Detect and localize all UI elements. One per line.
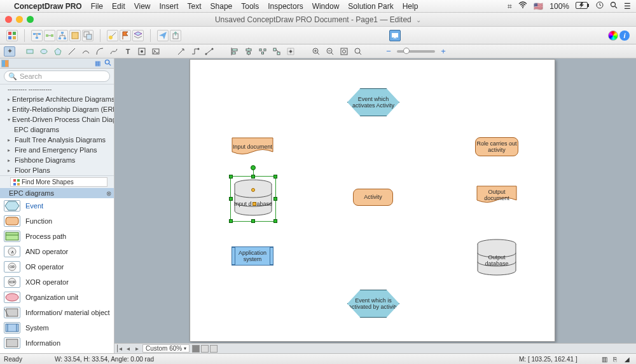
library-toggle-button[interactable] — [6, 30, 18, 41]
menu-tools[interactable]: Tools — [241, 2, 259, 11]
title-chevron-icon[interactable]: ⌄ — [416, 17, 421, 24]
text-tool-button[interactable]: T — [122, 46, 134, 57]
smart-connector-button[interactable] — [190, 46, 201, 57]
tree-item[interactable]: ▸Entity-Relationship Diagram (ERD) — [0, 104, 114, 114]
clock-icon[interactable] — [596, 1, 604, 11]
quick-menu-icon[interactable]: ⌗ — [508, 2, 512, 11]
battery-icon[interactable] — [576, 2, 590, 11]
close-window-button[interactable] — [5, 16, 12, 23]
shape-and-operator[interactable]: ∧AND operator — [0, 244, 114, 259]
shape-xor-operator[interactable]: XORXOR operator — [0, 274, 114, 290]
align-center-button[interactable] — [243, 46, 254, 57]
tree-item[interactable]: ▸Enterprise Architecture Diagrams — [0, 94, 114, 104]
node-activity[interactable]: Activity — [353, 189, 393, 206]
find-more-shapes-button[interactable]: Find More Shapes — [10, 177, 107, 187]
highlight-button[interactable] — [107, 30, 118, 41]
zoom-slider-thumb[interactable] — [403, 48, 410, 54]
presentation-button[interactable] — [389, 30, 401, 41]
tree-item[interactable]: ▸Fishbone Diagrams — [0, 155, 114, 165]
page-add-tab[interactable] — [201, 345, 209, 353]
scroll-right-button[interactable]: ▸ — [132, 345, 141, 352]
color-picker-button[interactable] — [608, 30, 618, 41]
rapid-draw-button[interactable] — [31, 30, 43, 41]
node-role[interactable]: Role carries out activity — [475, 137, 518, 156]
shape-information[interactable]: Information — [0, 335, 114, 351]
shape-function[interactable]: Function — [0, 213, 114, 229]
make-same-button[interactable] — [271, 46, 282, 57]
window-controls[interactable] — [0, 16, 34, 23]
snap-grid-button[interactable] — [285, 46, 296, 57]
menu-insert[interactable]: Insert — [160, 2, 179, 11]
zoom-out-slider-button[interactable]: − — [383, 46, 394, 57]
ellipse-tool-button[interactable] — [38, 46, 50, 57]
zoom-combo[interactable]: Custom 60%▾ — [142, 344, 190, 353]
node-output-document[interactable]: Output document — [476, 185, 517, 205]
tree-item[interactable]: ▸Fire and Emergency Plans — [0, 145, 114, 155]
chain-tool-button[interactable] — [44, 30, 55, 41]
polygon-tool-button[interactable] — [52, 46, 64, 57]
arrow-tool-button[interactable] — [176, 46, 187, 57]
search-icon[interactable] — [610, 1, 618, 11]
bezier-tool-button[interactable] — [108, 46, 120, 57]
close-icon[interactable]: ⊗ — [106, 190, 111, 197]
library-section-header[interactable]: EPC diagrams⊗ — [0, 188, 114, 198]
selection-handles[interactable] — [230, 176, 276, 222]
menu-edit[interactable]: Edit — [112, 2, 125, 11]
export-button[interactable] — [170, 30, 181, 41]
image-tool-button[interactable] — [150, 46, 162, 57]
library-search-input[interactable]: 🔍 Search — [4, 71, 110, 82]
status-icon[interactable]: ⎘ — [613, 356, 621, 362]
layers-button[interactable] — [132, 30, 144, 41]
wifi-icon[interactable] — [518, 1, 527, 11]
node-event-top[interactable]: Event which activates Activity — [347, 88, 399, 116]
distribute-button[interactable] — [257, 46, 268, 57]
menu-shape[interactable]: Shape — [211, 2, 233, 11]
zoom-out-button[interactable] — [324, 46, 336, 57]
info-button[interactable]: i — [619, 30, 630, 41]
menu-solution-park[interactable]: Solution Park — [348, 2, 393, 11]
send-button[interactable] — [157, 30, 169, 41]
menu-help[interactable]: Help — [403, 2, 418, 11]
connector-tool-button[interactable] — [80, 46, 92, 57]
menu-view[interactable]: View — [134, 2, 151, 11]
flag-tool-button[interactable] — [120, 30, 131, 41]
status-icon[interactable]: ▥ — [602, 356, 609, 362]
stamp-tool-button[interactable] — [136, 46, 148, 57]
shape-or-operator[interactable]: OROR operator — [0, 259, 114, 274]
page-1-tab[interactable] — [192, 345, 200, 353]
zoom-slider[interactable] — [397, 50, 435, 53]
scroll-left-button[interactable]: ◂ — [123, 345, 132, 352]
line-tool-button[interactable] — [66, 46, 78, 57]
shape-information-object[interactable]: Information/ material object — [0, 305, 114, 320]
drawing-page[interactable]: Event which activates Activity Input doc… — [190, 59, 555, 342]
zoom-in-slider-button[interactable]: + — [438, 46, 449, 57]
clone-button[interactable] — [82, 30, 93, 41]
shape-process-path[interactable]: Process path — [0, 229, 114, 244]
search-toggle-icon[interactable] — [104, 59, 111, 67]
tree-item-expanded[interactable]: ▾Event-Driven Process Chain Diagrams — [0, 114, 114, 125]
tree-item[interactable]: --------- ----------- — [0, 84, 114, 94]
menu-inspectors[interactable]: Inspectors — [268, 2, 303, 11]
tree-item[interactable]: ▸Floor Plans — [0, 165, 114, 176]
grid-view-icon[interactable]: ▦ — [95, 60, 100, 67]
tree-tool-button[interactable] — [57, 30, 68, 41]
menu-text[interactable]: Text — [188, 2, 202, 11]
pointer-tool-button[interactable]: ✦ — [4, 46, 15, 57]
minimize-window-button[interactable] — [16, 16, 23, 23]
resize-grip-icon[interactable]: ◢ — [625, 356, 632, 362]
hypernote-button[interactable] — [69, 30, 81, 41]
menu-file[interactable]: File — [91, 2, 103, 11]
scroll-start-button[interactable]: ⎮◂ — [114, 345, 123, 352]
menu-window[interactable]: Window — [312, 2, 340, 11]
shape-system[interactable]: System — [0, 320, 114, 335]
node-event-bottom[interactable]: Event which is activated by activity — [347, 290, 399, 318]
tree-item[interactable]: ▸Fault Tree Analysis Diagrams — [0, 135, 114, 145]
canvas-viewport[interactable]: Event which activates Activity Input doc… — [114, 58, 636, 343]
align-left-button[interactable] — [229, 46, 240, 57]
shape-organization-unit[interactable]: Organization unit — [0, 290, 114, 305]
zoom-drag-button[interactable] — [352, 46, 364, 57]
rotate-handle[interactable] — [251, 165, 256, 170]
direct-connector-button[interactable] — [204, 46, 215, 57]
zoom-window-button[interactable] — [27, 16, 34, 23]
zoom-fit-button[interactable] — [338, 46, 350, 57]
